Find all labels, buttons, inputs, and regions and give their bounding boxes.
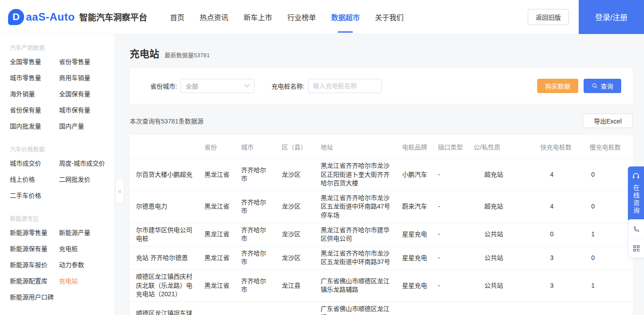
cell-type: 公共站 (468, 269, 535, 302)
sidebar-item[interactable]: 线上价格 (10, 171, 59, 187)
cell-fast: 3 (535, 269, 584, 302)
cell-fast: 0 (535, 223, 584, 246)
sidebar-item[interactable]: 海外销量 (10, 85, 59, 102)
station-name-input[interactable] (308, 79, 382, 93)
nav-item[interactable]: 数据超市 (323, 0, 367, 34)
sidebar-item[interactable]: 国内批发量 (10, 118, 59, 134)
sidebar-item[interactable]: 国内产量 (59, 118, 114, 134)
nav-item[interactable]: 关于我们 (367, 0, 411, 34)
sidebar-section: 汽车价格数据城市成交价周度-城市成交价线上价格二网批发价二手车价格 (10, 145, 114, 203)
sidebar-item[interactable]: 二网批发价 (59, 171, 114, 187)
floating-toolbar (628, 219, 644, 258)
sidebar-item[interactable]: 新能源产量 (59, 224, 114, 240)
nav-item[interactable]: 行业榜单 (280, 0, 323, 34)
sidebar-item[interactable]: 省份零售量 (59, 53, 114, 69)
cell-name: 顺德区龙江镇西庆村庆北联（乐龙路）电充电站（2021） (130, 269, 199, 302)
cell-address: 广东省佛山市顺德区龙江镇乐龙路辅路 (315, 269, 397, 302)
online-consult-tab[interactable]: 在线咨询 (628, 166, 644, 222)
station-name-label: 充电桩名称: (271, 81, 305, 90)
sidebar-sections: 汽车产销数据全国零售量省份零售量城市零售量商用车销量海外销量全国保有量省份保有量… (10, 43, 114, 305)
phone-tool[interactable] (628, 220, 644, 238)
column-header-plug: 插口类型 (432, 135, 468, 159)
sidebar-item[interactable]: 动力参数 (59, 256, 114, 272)
column-header-address: 地址 (315, 135, 397, 159)
cell-brand: 小鹏汽车 (397, 159, 432, 191)
cell-slow: 0 (584, 191, 633, 223)
cell-plug: - (432, 269, 468, 302)
cell-plug: - (432, 246, 468, 269)
table-row: 尔市建华区供电公司电桩黑龙江省齐齐哈尔市龙沙区黑龙江省齐齐哈尔市建华区供电公司星… (130, 223, 633, 246)
sidebar: 汽车产销数据全国零售量省份零售量城市零售量商用车销量海外销量全国保有量省份保有量… (0, 34, 114, 315)
column-header-city: 城市 (236, 135, 276, 159)
sidebar-item[interactable]: 周度-城市成交价 (59, 155, 114, 171)
export-excel-button[interactable]: 导出Excel (583, 114, 633, 128)
cell-brand: 星星充电 (397, 246, 432, 269)
cell-district: 龙沙区 (276, 246, 315, 269)
sidebar-item[interactable]: 充电桩 (59, 240, 114, 256)
sidebar-item[interactable]: 城市成交价 (10, 155, 59, 171)
sidebar-item[interactable]: 充电站 (59, 272, 114, 289)
sidebar-collapse-handle[interactable]: « (115, 178, 124, 204)
sidebar-item[interactable]: 省份保有量 (10, 102, 59, 118)
nav-item[interactable]: 热点资讯 (192, 0, 236, 34)
sidebar-item[interactable]: 二手车价格 (10, 187, 59, 203)
cell-plug: - (432, 159, 468, 191)
cell-district (276, 302, 315, 315)
main-nav: 首页热点资讯新车上市行业榜单数据超市关于我们 (162, 0, 411, 34)
sidebar-item[interactable]: 城市保有量 (59, 102, 114, 118)
sidebar-item[interactable]: 新能源车报价 (10, 256, 59, 272)
cell-slow (584, 302, 633, 315)
cell-province: 黑龙江省 (199, 191, 236, 223)
search-icon (592, 83, 598, 89)
cell-name: 尔德恩电力 (130, 191, 199, 223)
nav-item[interactable]: 首页 (162, 0, 192, 34)
query-button-label: 查询 (601, 81, 613, 90)
cell-city (236, 302, 276, 315)
query-button[interactable]: 查询 (584, 79, 621, 93)
column-header-name (130, 135, 199, 159)
sidebar-section: 新能源专区新能源零售量新能源产量新能源保有量充电桩新能源车报价动力参数新能源配置… (10, 214, 114, 305)
return-old-version-button[interactable]: 返回旧版 (528, 9, 569, 25)
sidebar-item[interactable]: 商用车销量 (59, 69, 114, 85)
logo-brand: aaS-Auto (26, 11, 75, 23)
cell-province: 黑龙江省 (199, 269, 236, 302)
column-header-type: 公/私性质 (468, 135, 535, 159)
sidebar-item[interactable]: 新能源保有量 (10, 240, 59, 256)
cell-slow: 1 (584, 269, 633, 302)
table-header-row: 省份城市区（县）地址电桩品牌插口类型公/私性质快充电桩数慢充电桩数 (130, 135, 633, 159)
cell-district: 龙江县 (276, 269, 315, 302)
sidebar-item[interactable]: 全国保有量 (59, 85, 114, 102)
province-city-select[interactable]: 全部 (181, 79, 254, 93)
sidebar-item[interactable]: 新能源用户口碑 (10, 289, 59, 305)
qrcode-icon (633, 245, 640, 252)
cell-brand (397, 302, 432, 315)
province-city-label: 省份城市: (150, 81, 177, 90)
sidebar-item[interactable]: 新能源配置库 (10, 272, 59, 289)
buy-data-button[interactable]: 购买数据 (537, 79, 578, 93)
cell-province: 黑龙江省 (199, 246, 236, 269)
sidebar-section-items: 新能源零售量新能源产量新能源保有量充电桩新能源车报价动力参数新能源配置库充电站新… (10, 224, 114, 305)
cell-plug: - (432, 191, 468, 223)
table-row: 尔百货大楼小鹏超充黑龙江省齐齐哈尔市龙沙区黑龙江省齐齐哈尔市龙沙区正阳街道卜奎大… (130, 159, 633, 191)
cell-fast: 4 (535, 191, 584, 223)
cell-fast: 3 (535, 246, 584, 269)
online-consult-label: 在线咨询 (631, 184, 640, 215)
sidebar-item[interactable]: 全国零售量 (10, 53, 59, 69)
sidebar-section-title: 汽车价格数据 (10, 145, 114, 153)
cell-province: 黑龙江省 (199, 223, 236, 246)
sidebar-item[interactable]: 新能源零售量 (10, 224, 59, 240)
filter-card: 省份城市: 全部 充电桩名称: 购买数据 查询 (130, 68, 633, 104)
cell-province (199, 302, 236, 315)
sidebar-section-items: 全国零售量省份零售量城市零售量商用车销量海外销量全国保有量省份保有量城市保有量国… (10, 53, 114, 134)
cell-address: 黑龙江省齐齐哈尔市龙沙区正阳街道卜奎大街齐齐哈尔百货大楼 (315, 159, 397, 191)
cell-slow: 0 (584, 159, 633, 191)
phone-icon (633, 226, 640, 233)
qrcode-tool[interactable] (628, 238, 644, 257)
page-title: 充电站 (130, 46, 159, 60)
cell-district: 龙沙区 (276, 223, 315, 246)
login-register-button[interactable]: 登录/注册 (579, 0, 644, 34)
cell-plug (432, 302, 468, 315)
nav-item[interactable]: 新车上市 (236, 0, 280, 34)
cell-plug: - (432, 223, 468, 246)
sidebar-item[interactable]: 城市零售量 (10, 69, 59, 85)
